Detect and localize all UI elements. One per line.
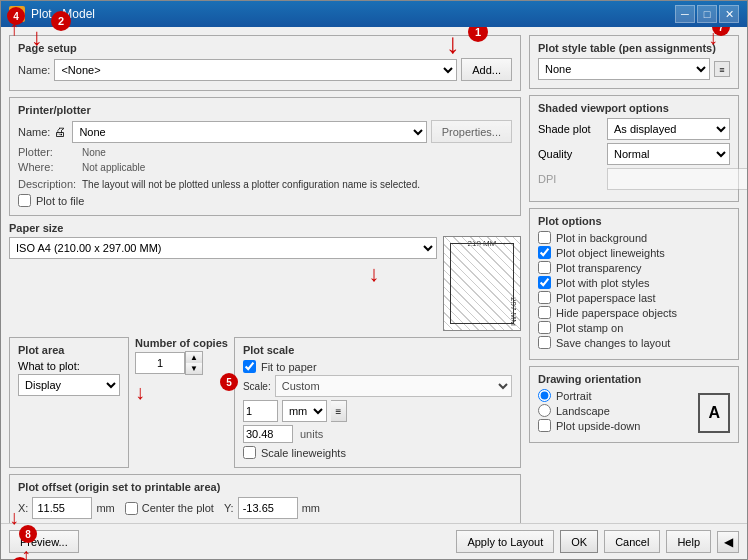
quality-row: Quality Normal (538, 143, 730, 165)
scale-select[interactable]: Custom (275, 375, 512, 397)
dpi-row: DPI (538, 168, 730, 190)
plot-paperspace-checkbox[interactable] (538, 291, 551, 304)
close-button[interactable]: ✕ (719, 5, 739, 23)
plot-offset-row: X: 11.55 mm Center the plot Y: -13.65 mm (18, 497, 512, 519)
page-setup-name-select[interactable]: <None> (54, 59, 457, 81)
plot-scale-section: Plot scale Fit to paper ↑ 4 Scale: Custo… (234, 337, 521, 468)
save-changes-label: Save changes to layout (556, 337, 670, 349)
y-offset-group: Y: -13.65 mm (224, 497, 320, 519)
plot-scale-label: Plot scale (243, 344, 512, 356)
where-value: Not applicable (82, 162, 145, 173)
page-setup-name-row: Name: <None> Add... (18, 58, 512, 81)
help-button[interactable]: Help (666, 530, 711, 553)
drawing-orientation-label: Drawing orientation (538, 373, 730, 385)
ok-button[interactable]: OK (560, 530, 598, 553)
dpi-label: DPI (538, 173, 603, 185)
drawing-orientation-section: Drawing orientation Portrait Landscape (529, 366, 739, 443)
plot-transparency-checkbox[interactable] (538, 261, 551, 274)
save-changes-row: Save changes to layout (538, 336, 730, 349)
hide-paperspace-checkbox[interactable] (538, 306, 551, 319)
y-input[interactable]: -13.65 (238, 497, 298, 519)
annotation-arrow-4: ↑ (9, 27, 19, 40)
plot-style-label: Plot style table (pen assignments) (538, 42, 730, 54)
landscape-row: Landscape (538, 404, 640, 417)
plot-with-styles-label: Plot with plot styles (556, 277, 650, 289)
orientation-options: Portrait Landscape Plot upside-down (538, 389, 640, 434)
expand-dialog-icon[interactable]: ◀ (717, 531, 739, 553)
plot-stamp-checkbox[interactable] (538, 321, 551, 334)
plot-with-styles-checkbox[interactable] (538, 276, 551, 289)
plot-style-edit-icon[interactable]: ≡ (714, 61, 730, 77)
title-controls: ─ □ ✕ (675, 5, 739, 23)
x-offset-group: X: 11.55 mm (18, 497, 115, 519)
quality-select[interactable]: Normal (607, 143, 730, 165)
plotter-row: Plotter: None (18, 146, 512, 158)
middle-row: Plot area What to plot: Display ↑ 6 Numb… (9, 337, 521, 468)
copies-up-btn[interactable]: ▲ (186, 352, 202, 363)
units-select[interactable]: mm (282, 400, 327, 422)
printer-plotter-section: Printer/plotter Name: 🖨 None Properties.… (9, 97, 521, 216)
plot-transparency-row: Plot transparency (538, 261, 730, 274)
scale-label: Scale: (243, 381, 271, 392)
center-plot-group: Center the plot (125, 502, 214, 515)
minimize-button[interactable]: ─ (675, 5, 695, 23)
apply-to-layout-button[interactable]: Apply to Layout (456, 530, 554, 553)
plotter-value: None (82, 147, 106, 158)
landscape-radio[interactable] (538, 404, 551, 417)
annotation-arrow-8: ↓ (9, 506, 19, 529)
copies-down-btn[interactable]: ▼ (186, 363, 202, 374)
properties-button[interactable]: Properties... (431, 120, 512, 143)
scale-row: Scale: Custom (243, 375, 512, 397)
paper-size-select[interactable]: ISO A4 (210.00 x 297.00 MM) (9, 237, 437, 259)
center-plot-checkbox[interactable] (125, 502, 138, 515)
plot-area-section: Plot area What to plot: Display ↑ 6 (9, 337, 129, 468)
annotation-arrow-3: ← (746, 397, 747, 420)
shaded-viewport-label: Shaded viewport options (538, 102, 730, 114)
page-setup-section: Page setup Name: <None> Add... ↓ 1 (9, 35, 521, 91)
copies-spinner-btns: ▲ ▼ (185, 351, 203, 375)
plot-stamp-row: Plot stamp on (538, 321, 730, 334)
printer-name-select[interactable]: None (72, 121, 426, 143)
what-to-plot-select[interactable]: Display (18, 374, 120, 396)
plot-dialog: ▲ Plot - Model ─ □ ✕ Page setup Name: <N… (0, 0, 748, 560)
scale-units-input[interactable]: 30.48 (243, 425, 293, 443)
description-row: Description: The layout will not be plot… (18, 176, 512, 191)
description-value: The layout will not be plotted unless a … (82, 178, 420, 191)
copies-input[interactable]: 1 (135, 352, 185, 374)
x-input[interactable]: 11.55 (32, 497, 92, 519)
where-row: Where: Not applicable (18, 161, 512, 173)
paper-size-section: Paper size ISO A4 (210.00 x 297.00 MM) ↓ (9, 222, 437, 259)
annotation-arrow-10: ↓ (369, 261, 380, 287)
units-expand-icon[interactable]: ≡ (331, 400, 347, 422)
fit-to-paper-checkbox[interactable] (243, 360, 256, 373)
annotation-5: 5 (220, 373, 238, 391)
shade-plot-label: Shade plot (538, 123, 603, 135)
plot-obj-lw-row: Plot object lineweights (538, 246, 730, 259)
maximize-button[interactable]: □ (697, 5, 717, 23)
plotter-label: Plotter: (18, 146, 78, 158)
title-bar: ▲ Plot - Model ─ □ ✕ (1, 1, 747, 27)
annotation-2: 2 (51, 27, 71, 31)
add-button[interactable]: Add... (461, 58, 512, 81)
right-panel: Plot style table (pen assignments) None … (529, 35, 739, 515)
plot-paperspace-label: Plot paperspace last (556, 292, 656, 304)
scale-lineweights-checkbox[interactable] (243, 446, 256, 459)
plot-options-label: Plot options (538, 215, 730, 227)
printer-icon: 🖨 (54, 125, 66, 139)
what-to-plot-label: What to plot: (18, 360, 120, 372)
portrait-radio[interactable] (538, 389, 551, 402)
paper-preview: ← 210 MM → 297 MM (443, 236, 521, 331)
upside-down-checkbox[interactable] (538, 419, 551, 432)
shade-plot-select[interactable]: As displayed (607, 118, 730, 140)
plot-obj-lw-checkbox[interactable] (538, 246, 551, 259)
upside-down-label: Plot upside-down (556, 420, 640, 432)
plot-in-bg-checkbox[interactable] (538, 231, 551, 244)
plot-style-select[interactable]: None (538, 58, 710, 80)
page-setup-name-label: Name: (18, 64, 50, 76)
cancel-button[interactable]: Cancel (604, 530, 660, 553)
copies-label: Number of copies (135, 337, 228, 349)
plot-to-file-checkbox[interactable] (18, 194, 31, 207)
save-changes-checkbox[interactable] (538, 336, 551, 349)
paper-size-label: Paper size (9, 222, 437, 234)
scale-value-input[interactable]: 1 (243, 400, 278, 422)
